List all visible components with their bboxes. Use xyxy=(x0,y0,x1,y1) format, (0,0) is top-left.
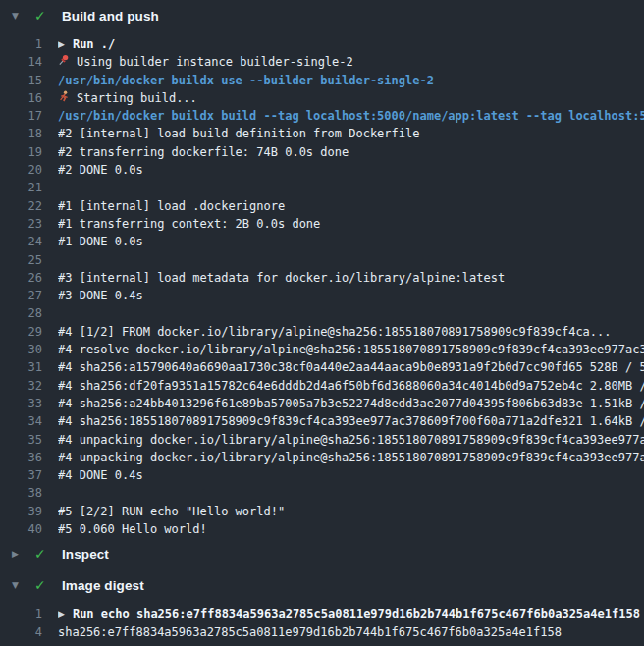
log-line: 17/usr/bin/docker buildx build --tag loc… xyxy=(0,107,644,125)
pushpin-icon xyxy=(58,53,70,71)
log-line-content: #2 [internal] load build definition from… xyxy=(58,125,644,142)
line-number[interactable]: 29 xyxy=(0,323,42,341)
log-line-content: #4 resolve docker.io/library/alpine@sha2… xyxy=(58,341,644,358)
line-number[interactable]: 26 xyxy=(0,269,42,287)
line-number[interactable]: 33 xyxy=(0,395,42,412)
chevron-down-icon[interactable]: ▼ xyxy=(12,12,27,21)
expand-chevron-icon[interactable]: ▶ xyxy=(58,605,65,622)
line-number[interactable]: 1 xyxy=(0,605,42,622)
log-line: 24#1 DONE 0.0s xyxy=(0,233,644,250)
log-line: 14Using builder instance builder-single-… xyxy=(0,53,644,71)
log-line: 29#4 [1/2] FROM docker.io/library/alpine… xyxy=(0,323,644,341)
log-line-content: #4 [1/2] FROM docker.io/library/alpine@s… xyxy=(58,323,644,341)
section-title: Inspect xyxy=(62,547,109,562)
line-number[interactable]: 37 xyxy=(0,466,42,484)
log-text: #3 [internal] load metadata for docker.i… xyxy=(58,269,505,287)
line-number[interactable]: 40 xyxy=(0,520,42,538)
line-number[interactable]: 30 xyxy=(0,341,42,358)
line-number[interactable]: 15 xyxy=(0,72,42,89)
workflow-log-viewer: ▼✓Build and push1▶Run ./14Using builder … xyxy=(0,0,644,641)
log-text: #1 [internal] load .dockerignore xyxy=(58,197,285,215)
log-text: Starting build... xyxy=(77,89,197,107)
log-line-content: #4 sha256:185518070891758909c9f839cf4ca3… xyxy=(58,412,644,430)
log-text: #4 DONE 0.4s xyxy=(58,466,143,484)
log-line-content: #4 sha256:df20fa9351a15782c64e6dddb2d4a6… xyxy=(58,377,644,395)
log-block: 1▶Run echo sha256:e7ff8834a5963a2785c5a0… xyxy=(0,601,644,641)
log-line: 4sha256:e7ff8834a5963a2785c5a0811e979d16… xyxy=(0,623,644,641)
log-line-content: #3 DONE 0.4s xyxy=(58,287,644,304)
log-line-content: /usr/bin/docker buildx build --tag local… xyxy=(58,107,644,125)
line-number[interactable]: 17 xyxy=(0,107,42,125)
line-number[interactable]: 38 xyxy=(0,484,42,502)
log-text: #4 sha256:df20fa9351a15782c64e6dddb2d4a6… xyxy=(58,377,644,395)
section-header-inspect[interactable]: ▶✓Inspect xyxy=(0,538,644,569)
line-number[interactable]: 1 xyxy=(0,35,42,53)
line-number[interactable]: 32 xyxy=(0,377,42,395)
chevron-down-icon[interactable]: ▼ xyxy=(12,581,27,590)
log-block: 1▶Run ./14Using builder instance builder… xyxy=(0,31,644,538)
log-text: #4 unpacking docker.io/library/alpine@sh… xyxy=(58,431,644,449)
log-line: 26#3 [internal] load metadata for docker… xyxy=(0,269,644,287)
log-text: #2 transferring dockerfile: 74B 0.0s don… xyxy=(58,143,349,161)
line-number[interactable]: 28 xyxy=(0,304,42,322)
log-line-content: #1 [internal] load .dockerignore xyxy=(58,197,644,215)
log-line: 35#4 unpacking docker.io/library/alpine@… xyxy=(0,431,644,449)
log-line: 36#4 unpacking docker.io/library/alpine@… xyxy=(0,449,644,466)
expand-chevron-icon[interactable]: ▶ xyxy=(58,35,65,53)
log-text: Using builder instance builder-single-2 xyxy=(77,53,353,71)
log-line-content: Starting build... xyxy=(58,89,644,107)
section-image-digest: ▼✓Image digest1▶Run echo sha256:e7ff8834… xyxy=(0,569,644,641)
log-line: 33#4 sha256:a24bb4013296f61e89ba57005a7b… xyxy=(0,395,644,412)
line-number[interactable]: 35 xyxy=(0,431,42,449)
line-number[interactable]: 25 xyxy=(0,251,42,269)
log-line-content xyxy=(58,304,644,322)
check-icon: ✓ xyxy=(34,578,52,592)
log-line-content: #5 0.060 Hello world! xyxy=(58,520,644,538)
line-number[interactable]: 4 xyxy=(0,623,42,641)
section-inspect: ▶✓Inspect xyxy=(0,538,644,569)
line-number[interactable]: 14 xyxy=(0,53,42,71)
log-line: 27#3 DONE 0.4s xyxy=(0,287,644,304)
line-number[interactable]: 19 xyxy=(0,143,42,161)
log-text: Run ./ xyxy=(73,35,115,53)
log-line-content: #1 transferring context: 2B 0.0s done xyxy=(58,215,644,233)
log-text: #1 transferring context: 2B 0.0s done xyxy=(58,215,320,233)
check-icon: ✓ xyxy=(34,547,52,561)
line-number[interactable]: 31 xyxy=(0,358,42,376)
log-line: 15/usr/bin/docker buildx use --builder b… xyxy=(0,72,644,89)
line-number[interactable]: 18 xyxy=(0,125,42,142)
log-line-content: ▶Run echo sha256:e7ff8834a5963a2785c5a08… xyxy=(58,605,644,622)
log-line-content: #5 [2/2] RUN echo "Hello world!" xyxy=(58,503,644,520)
line-number[interactable]: 16 xyxy=(0,89,42,107)
line-number[interactable]: 24 xyxy=(0,233,42,250)
line-number[interactable]: 22 xyxy=(0,197,42,215)
line-number[interactable]: 34 xyxy=(0,412,42,430)
log-text: #5 0.060 Hello world! xyxy=(58,520,207,538)
log-text: /usr/bin/docker buildx build --tag local… xyxy=(58,107,644,125)
log-text: #5 [2/2] RUN echo "Hello world!" xyxy=(58,503,285,520)
log-line: 20#2 DONE 0.0s xyxy=(0,161,644,179)
log-line: 31#4 sha256:a15790640a6690aa1730c38cf0a4… xyxy=(0,358,644,376)
line-number[interactable]: 27 xyxy=(0,287,42,304)
log-line: 21 xyxy=(0,179,644,196)
log-line-content: sha256:e7ff8834a5963a2785c5a0811e979d16b… xyxy=(58,623,644,641)
log-line-content: #2 transferring dockerfile: 74B 0.0s don… xyxy=(58,143,644,161)
line-number[interactable]: 20 xyxy=(0,161,42,179)
section-header-build-and-push[interactable]: ▼✓Build and push xyxy=(0,0,644,31)
line-number[interactable]: 23 xyxy=(0,215,42,233)
line-number[interactable]: 36 xyxy=(0,449,42,466)
log-line-content: #4 unpacking docker.io/library/alpine@sh… xyxy=(58,449,644,466)
log-line-content: #4 sha256:a24bb4013296f61e89ba57005a7b3e… xyxy=(58,395,644,412)
log-text: sha256:e7ff8834a5963a2785c5a0811e979d16b… xyxy=(58,623,562,641)
log-text: #2 [internal] load build definition from… xyxy=(58,125,419,142)
log-line: 25 xyxy=(0,251,644,269)
section-title: Image digest xyxy=(62,578,144,593)
log-line: 28 xyxy=(0,304,644,322)
log-line: 22#1 [internal] load .dockerignore xyxy=(0,197,644,215)
line-number[interactable]: 21 xyxy=(0,179,42,196)
section-header-image-digest[interactable]: ▼✓Image digest xyxy=(0,569,644,601)
chevron-right-icon[interactable]: ▶ xyxy=(12,550,27,559)
line-number[interactable]: 39 xyxy=(0,503,42,520)
log-line-content xyxy=(58,179,644,196)
log-line-content: #4 DONE 0.4s xyxy=(58,466,644,484)
